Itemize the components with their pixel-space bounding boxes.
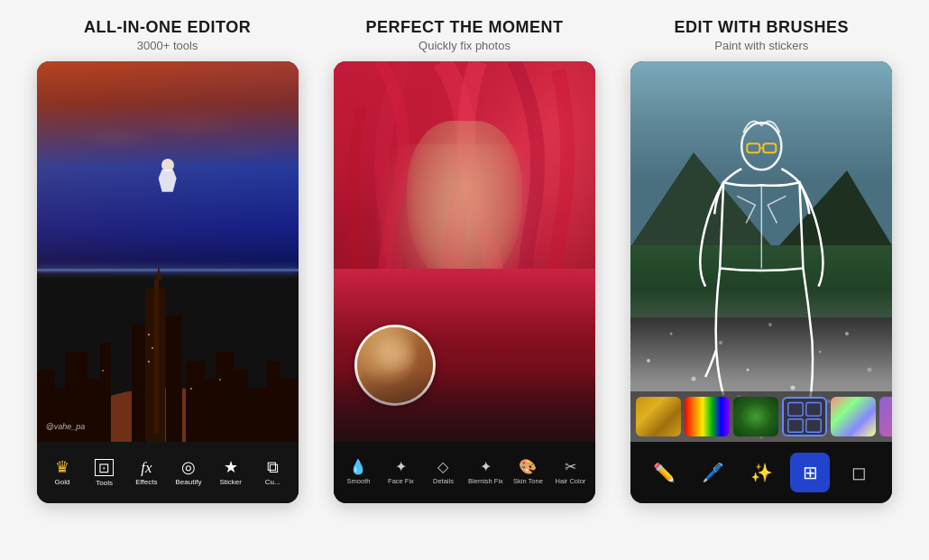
svg-rect-9 (132, 325, 145, 442)
skintone-icon: 🎨 (519, 460, 537, 474)
toolbar3-pencil[interactable]: ✏️ (644, 453, 684, 492)
panel-2-circle-face (373, 335, 418, 373)
toolbar1-sticker[interactable]: ★ Sticker (214, 459, 248, 486)
svg-rect-12 (204, 379, 217, 442)
svg-rect-5 (100, 343, 111, 442)
svg-rect-21 (102, 370, 104, 372)
panel-1-diver (154, 159, 181, 204)
panel-2-subtitle: Quickly fix photos (419, 39, 510, 52)
toolbar1-gold[interactable]: ♛ Gold (45, 459, 79, 486)
toolbar3-marker[interactable]: 🖊️ (693, 453, 732, 492)
toolbar2-smooth[interactable]: 💧 Smooth (340, 460, 376, 485)
svg-rect-1 (37, 370, 55, 442)
sparkle-icon: ✨ (750, 462, 773, 483)
toolbar2-skintone[interactable]: 🎨 Skin Tone (510, 460, 546, 485)
svg-rect-18 (148, 334, 150, 335)
toolbar2-face-fix[interactable]: ✦ Face Fix (382, 460, 419, 485)
brush-swatch-green[interactable] (733, 397, 778, 436)
panel-2-bottom-fade (334, 370, 595, 442)
toolbar3-sticker[interactable]: ⊞ (790, 453, 830, 492)
svg-rect-19 (152, 347, 153, 349)
panel-1-toolbar: ♛ Gold ⊡ Tools fx Effects ◎ Beautify ★ (37, 442, 299, 503)
svg-rect-51 (788, 419, 803, 433)
svg-rect-49 (788, 403, 803, 417)
panel-2: PERFECT THE MOMENT Quickly fix photos (324, 18, 604, 503)
eraser-icon: ◻ (851, 462, 867, 483)
marker-icon: 🖊️ (702, 462, 724, 483)
svg-rect-2 (53, 388, 67, 442)
tools-icon: ⊡ (95, 459, 114, 476)
panel-2-face-skin (407, 121, 522, 287)
main-container: ALL-IN-ONE EDITOR 3000+ tools (0, 0, 929, 560)
toolbar1-cube[interactable]: ⧉ Cu... (255, 459, 290, 486)
face-fix-icon: ✦ (395, 460, 407, 474)
svg-rect-13 (216, 352, 234, 442)
svg-rect-23 (219, 379, 221, 381)
svg-point-32 (845, 332, 849, 335)
svg-rect-4 (86, 379, 102, 442)
panel-3-toolbar: ✏️ 🖊️ ✨ ⊞ ◻ (630, 442, 892, 503)
svg-rect-17 (279, 379, 299, 442)
blemish-icon: ✦ (480, 460, 492, 474)
panel-1-cityscape (37, 262, 299, 442)
toolbar1-beautify[interactable]: ◎ Beautify (171, 459, 206, 486)
panel-1-phone: @vahe_pa ♛ Gold ⊡ Tools fx Effects ◎ Bea… (37, 61, 299, 503)
sticker-active-icon: ⊞ (803, 462, 818, 483)
svg-rect-16 (267, 361, 281, 442)
toolbar2-details[interactable]: ◇ Details (425, 460, 461, 485)
panel-1-watermark: @vahe_pa (46, 422, 86, 431)
panel-3-subtitle: Paint with stickers (714, 39, 808, 52)
svg-point-33 (868, 368, 872, 372)
brush-swatch-selected[interactable] (782, 397, 827, 436)
toolbar2-haircolor[interactable]: ✂ Hair Color (552, 460, 588, 485)
panel-2-toolbar: 💧 Smooth ✦ Face Fix ◇ Details ✦ Blemish … (334, 442, 595, 503)
panel-1-title: ALL-IN-ONE EDITOR (84, 18, 251, 37)
panel-1-subtitle: 3000+ tools (137, 39, 198, 52)
brush-swatch-last[interactable] (879, 397, 892, 436)
haircolor-icon: ✂ (565, 460, 576, 474)
svg-rect-22 (190, 388, 192, 390)
svg-rect-52 (806, 419, 821, 433)
svg-rect-47 (763, 143, 776, 152)
panel-3-brushbar (630, 391, 892, 442)
toolbar1-effects[interactable]: fx Effects (129, 460, 163, 486)
panel-1: ALL-IN-ONE EDITOR 3000+ tools (27, 18, 308, 503)
crown-icon: ♛ (55, 459, 69, 475)
panel-3-title: EDIT WITH BRUSHES (675, 18, 850, 37)
svg-rect-11 (186, 361, 206, 442)
sticker-icon: ★ (224, 459, 238, 475)
svg-marker-8 (156, 266, 161, 280)
smooth-icon: 💧 (349, 460, 367, 474)
effects-icon: fx (141, 460, 152, 475)
panel-2-phone: 💧 Smooth ✦ Face Fix ◇ Details ✦ Blemish … (334, 61, 595, 503)
cube-icon: ⧉ (267, 459, 279, 475)
svg-point-24 (647, 359, 650, 363)
details-icon: ◇ (437, 460, 448, 474)
brush-swatch-confetti[interactable] (831, 397, 876, 436)
beautify-icon: ◎ (181, 459, 196, 475)
pencil-icon: ✏️ (653, 462, 676, 483)
svg-rect-20 (148, 361, 150, 363)
svg-point-25 (670, 333, 673, 335)
toolbar2-blemish[interactable]: ✦ Blemish Fix (467, 460, 503, 485)
brush-swatch-rainbow[interactable] (685, 397, 730, 436)
panel-2-title: PERFECT THE MOMENT (365, 18, 563, 37)
svg-rect-15 (246, 388, 269, 442)
svg-rect-7 (154, 280, 159, 433)
toolbar3-eraser[interactable]: ◻ (839, 453, 878, 492)
toolbar3-sparkle[interactable]: ✨ (741, 453, 781, 492)
svg-rect-14 (232, 370, 248, 442)
svg-rect-46 (747, 143, 759, 152)
svg-rect-10 (166, 316, 182, 442)
toolbar1-tools[interactable]: ⊡ Tools (87, 459, 122, 487)
svg-rect-50 (806, 403, 821, 417)
panel-3: EDIT WITH BRUSHES Paint with stickers (621, 18, 902, 503)
panel-3-phone: ✏️ 🖊️ ✨ ⊞ ◻ (630, 61, 892, 503)
brush-swatch-gold[interactable] (636, 397, 681, 436)
